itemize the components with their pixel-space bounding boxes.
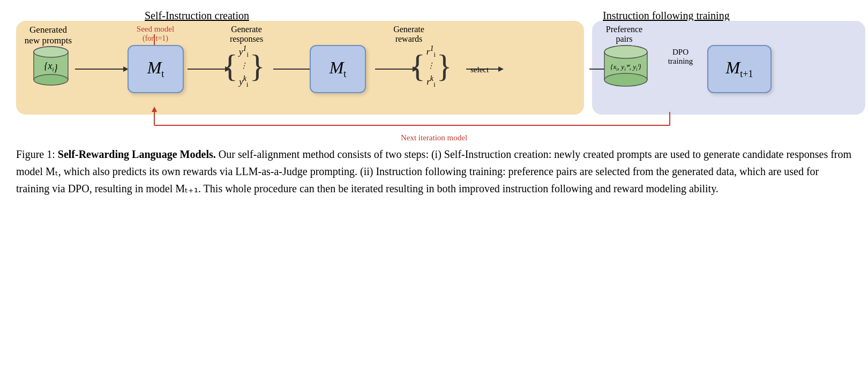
caption-bold-title: Self-Rewarding Language Models. (58, 148, 216, 160)
generate-responses-label: Generateresponses (222, 25, 271, 44)
svg-point-27 (604, 73, 647, 86)
seed-model-label: Seed model(for t=1) (131, 25, 179, 43)
svg-point-23 (34, 47, 68, 57)
pref-cylinder: {xi, yiʷ, yiˡ} (599, 42, 653, 93)
mt1-box: Mt+1 (707, 45, 772, 93)
select-label: select (470, 65, 489, 74)
orange-section (16, 21, 584, 115)
mt-box-2: Mt (310, 45, 366, 93)
mt-box-1: Mt (128, 45, 184, 93)
next-iteration-label: Next iteration model (401, 133, 467, 142)
yi-brace-set: { y1i ⋮ yki } (222, 42, 265, 90)
figure-number: Figure 1: (16, 148, 55, 160)
caption: Figure 1: Self-Rewarding Language Models… (16, 146, 852, 197)
diagram-area: Self-Instruction creation Instruction fo… (16, 10, 852, 136)
ri-brace-set: { r1i ⋮ rki } (410, 42, 452, 90)
xi-cylinder: {xi} (29, 42, 72, 93)
generated-prompts-label: Generatednew prompts (21, 25, 75, 46)
preference-pairs-label: Preferencepairs (600, 25, 648, 44)
svg-text:{xi, yiʷ, yiˡ}: {xi, yiʷ, yiˡ} (610, 63, 641, 72)
generate-rewards-label: Generaterewards (385, 25, 433, 44)
svg-point-20 (34, 74, 68, 85)
svg-point-30 (604, 46, 647, 58)
main-diagram: Generatednew prompts {xi} Seed model(for… (16, 13, 852, 136)
dpo-training-label: DPOtraining (659, 48, 702, 66)
